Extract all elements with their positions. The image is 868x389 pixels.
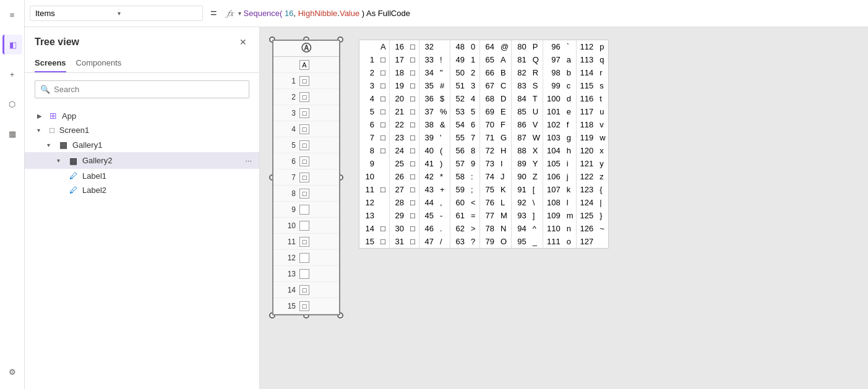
table-cell-char: ] (530, 209, 543, 222)
table-cell-char: a (564, 53, 576, 66)
table-cell-num: 43 (419, 183, 437, 196)
table-cell-num: 47 (419, 235, 437, 248)
table-cell-num: 93 (512, 209, 530, 222)
table-cell-char: = (468, 209, 479, 222)
row-checkbox[interactable] (299, 269, 309, 279)
settings-icon[interactable]: ⚙ (2, 362, 22, 382)
row-checkbox[interactable] (299, 221, 309, 231)
table-cell-num: 89 (512, 157, 530, 170)
table-cell-char: R (530, 66, 543, 79)
formula-fn: Sequence( (244, 9, 283, 18)
table-cell-num: 22 (389, 118, 408, 131)
row-checkbox[interactable]: □ (299, 285, 309, 295)
table-cell-num: 46 (419, 222, 437, 235)
row-number: 12 (276, 254, 296, 262)
item-label-gallery2: Gallery2 (82, 156, 240, 165)
table-cell-char: 5 (468, 105, 479, 118)
tree-item-gallery1[interactable]: ▾ ▦ Gallery1 (25, 137, 259, 152)
table-cell-char: U (530, 105, 543, 118)
tab-components[interactable]: Components (76, 54, 122, 72)
table-cell-char: E (498, 105, 512, 118)
row-checkbox[interactable] (299, 253, 309, 263)
tree-item-label2[interactable]: 🖊 Label2 (25, 183, 259, 197)
items-dropdown[interactable]: Items ▾ (30, 6, 203, 21)
tree-item-label1[interactable]: 🖊 Label1 (25, 169, 259, 183)
table-cell-num: 25 (389, 157, 408, 170)
table-cell-num: 16 (389, 40, 408, 53)
table-cell-char: - (437, 209, 450, 222)
add-icon[interactable]: + (2, 64, 22, 84)
table-cell-num: 125 (576, 209, 597, 222)
table-cell-num: 101 (543, 105, 564, 118)
table-cell-num: 87 (512, 131, 530, 144)
table-cell-num: 110 (543, 222, 564, 235)
table-cell-num: 64 (479, 40, 498, 53)
row-checkbox[interactable]: A (299, 60, 309, 70)
row-checkbox[interactable]: □ (299, 173, 309, 182)
search-input[interactable] (54, 85, 244, 94)
row-checkbox[interactable]: □ (299, 140, 309, 150)
tree-item-app[interactable]: ▶ ⊞ App (25, 108, 259, 123)
row-checkbox[interactable]: □ (299, 92, 309, 102)
table-cell-num: 8 (359, 144, 378, 157)
table-cell-num: 10 (359, 170, 378, 183)
table-cell-char: O (498, 235, 512, 248)
row-number: 6 (276, 157, 296, 166)
table-row: 11□27□43+59;75K91[107k123{ (359, 183, 608, 196)
tab-screens[interactable]: Screens (35, 54, 66, 72)
table-cell-char: □ (408, 79, 419, 92)
shapes-icon[interactable]: ⬡ (2, 94, 22, 114)
table-cell-num: 40 (419, 144, 437, 157)
tree-items: ▶ ⊞ App ▾ □ Screen1 ▾ ▦ Gallery1 (25, 106, 259, 389)
row-number: 2 (276, 93, 296, 101)
table-cell-num: 19 (389, 79, 408, 92)
table-cell-char (437, 40, 450, 53)
table-cell-num: 115 (576, 79, 597, 92)
table-cell-num: 31 (389, 235, 408, 248)
table-cell-char: □ (408, 157, 419, 170)
table-cell-num: 121 (576, 157, 597, 170)
row-checkbox[interactable]: □ (299, 124, 309, 134)
table-cell-num: 58 (450, 170, 468, 183)
gallery-left-panel: Ⓐ A 1 □ 2 □ 3 □ 4 □ 5 □ 6 □ 7 □ 8 □ 9 10… (272, 40, 340, 315)
table-cell-char: . (437, 222, 450, 235)
row-checkbox[interactable]: □ (299, 189, 309, 199)
row-checkbox[interactable]: □ (299, 301, 309, 311)
table-cell-num: 36 (419, 92, 437, 105)
row-checkbox[interactable]: □ (299, 108, 309, 118)
more-options-icon[interactable]: ··· (243, 155, 254, 166)
row-checkbox[interactable]: □ (299, 237, 309, 247)
gallery-row: 14 □ (273, 282, 339, 298)
table-cell-char: X (530, 144, 543, 157)
tree-item-screen1[interactable]: ▾ □ Screen1 (25, 123, 259, 137)
row-checkbox[interactable]: □ (299, 156, 309, 166)
layers-icon[interactable]: ◧ (2, 35, 22, 54)
app-icon: ⊞ (49, 111, 57, 121)
table-cell-char (597, 235, 608, 248)
close-icon[interactable]: ✕ (237, 35, 249, 49)
table-cell-char (378, 209, 389, 222)
components-icon[interactable]: ▦ (2, 124, 22, 143)
table-cell-char: # (437, 79, 450, 92)
table-cell-char: t (597, 92, 608, 105)
table-cell-num: 11 (359, 183, 378, 196)
label2-icon: 🖊 (69, 186, 77, 195)
table-cell-char: Y (530, 157, 543, 170)
table-cell-char: □ (378, 53, 389, 66)
table-cell-char: / (437, 235, 450, 248)
table-cell-num: 80 (512, 40, 530, 53)
table-cell-num: 75 (479, 183, 498, 196)
table-cell-num: 30 (389, 222, 408, 235)
gallery-component[interactable]: Ⓐ A 1 □ 2 □ 3 □ 4 □ 5 □ 6 □ 7 □ 8 □ 9 10… (272, 40, 340, 315)
row-number: 8 (276, 189, 296, 198)
gallery-row: 11 □ (273, 234, 339, 250)
tree-item-gallery2[interactable]: ▾ ▦ Gallery2 ··· (25, 152, 259, 169)
hamburger-icon[interactable]: ≡ (2, 5, 22, 25)
table-cell-char: + (437, 183, 450, 196)
table-cell-char: □ (408, 209, 419, 222)
table-cell-char: g (564, 131, 576, 144)
row-checkbox[interactable]: □ (299, 76, 309, 86)
table-cell-char: □ (408, 170, 419, 183)
row-number: 13 (276, 270, 296, 278)
row-checkbox[interactable] (299, 205, 309, 215)
